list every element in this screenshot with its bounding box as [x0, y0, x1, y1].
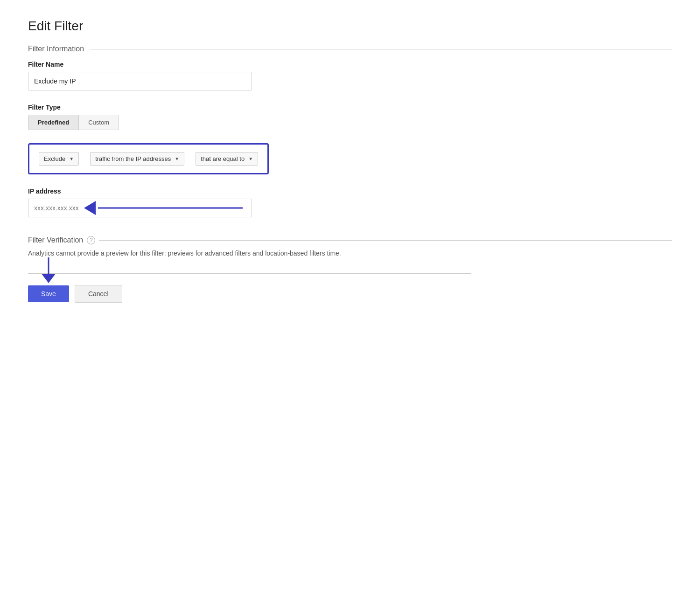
- svg-marker-3: [42, 274, 56, 283]
- bottom-divider: [28, 273, 471, 274]
- ip-address-section: IP address: [28, 187, 672, 217]
- exclude-dropdown-arrow: ▼: [69, 156, 74, 161]
- condition-dropdown[interactable]: that are equal to ▼: [196, 152, 258, 166]
- save-button[interactable]: Save: [28, 285, 69, 302]
- filter-verification-header: Filter Verification ?: [28, 236, 672, 244]
- condition-dropdown-label: that are equal to: [201, 155, 245, 162]
- filter-information-header: Filter Information: [28, 45, 672, 53]
- filter-name-label: Filter Name: [28, 61, 672, 68]
- traffic-dropdown-arrow: ▼: [175, 156, 179, 161]
- filter-verification-section: Filter Verification ? Analytics cannot p…: [28, 236, 672, 258]
- filter-information-title: Filter Information: [28, 45, 84, 53]
- filter-information-section: Filter Information Filter Name Filter Ty…: [28, 45, 672, 130]
- filter-information-divider: [90, 49, 672, 49]
- filter-type-custom-button[interactable]: Custom: [79, 115, 119, 130]
- traffic-dropdown-label: traffic from the IP addresses: [95, 155, 171, 162]
- filter-type-field: Filter Type Predefined Custom: [28, 104, 672, 130]
- filter-name-input[interactable]: [28, 72, 252, 90]
- action-buttons: Save Cancel: [28, 285, 672, 303]
- cancel-button[interactable]: Cancel: [75, 285, 122, 303]
- filter-name-field: Filter Name: [28, 61, 672, 90]
- filter-verification-title: Filter Verification: [28, 236, 83, 244]
- exclude-dropdown[interactable]: Exclude ▼: [39, 152, 79, 166]
- traffic-dropdown[interactable]: traffic from the IP addresses ▼: [90, 152, 184, 166]
- filter-type-button-group: Predefined Custom: [28, 115, 119, 130]
- filter-type-predefined-button[interactable]: Predefined: [28, 115, 79, 130]
- filter-dropdowns-box: Exclude ▼ traffic from the IP addresses …: [28, 143, 269, 174]
- exclude-dropdown-label: Exclude: [44, 155, 65, 162]
- save-button-area: Save: [28, 285, 69, 302]
- filter-type-label: Filter Type: [28, 104, 672, 111]
- ip-address-label: IP address: [28, 187, 672, 195]
- ip-address-input[interactable]: [28, 199, 252, 217]
- save-down-arrow-annotation: [39, 257, 58, 283]
- condition-dropdown-arrow: ▼: [248, 156, 253, 161]
- filter-verification-help-icon[interactable]: ?: [87, 236, 95, 244]
- page-title: Edit Filter: [28, 19, 672, 34]
- filter-verification-text: Analytics cannot provide a preview for t…: [28, 248, 448, 258]
- filter-verification-divider: [99, 240, 672, 241]
